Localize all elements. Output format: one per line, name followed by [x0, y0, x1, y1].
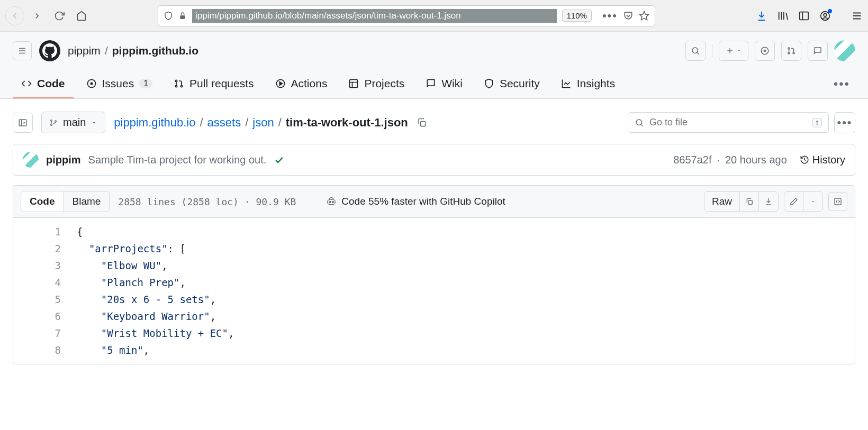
check-icon [274, 154, 284, 165]
tab-code[interactable]: Code [13, 70, 74, 98]
url-text: ippim/pippim.github.io/blob/main/assets/… [192, 9, 557, 23]
tab-projects[interactable]: Projects [340, 70, 413, 98]
back-button[interactable] [5, 6, 24, 25]
search-button[interactable] [685, 41, 706, 61]
go-to-file-box[interactable]: t [628, 112, 829, 133]
github-logo[interactable] [39, 40, 60, 61]
download-button[interactable] [759, 192, 778, 211]
svg-point-20 [51, 120, 52, 121]
path-seg2[interactable]: json [252, 116, 274, 130]
raw-button[interactable]: Raw [704, 192, 740, 211]
commit-author[interactable]: pippim [46, 154, 81, 166]
star-icon[interactable] [639, 11, 649, 21]
view-blame-tab[interactable]: Blame [64, 191, 110, 212]
repo-link[interactable]: pippim.github.io [112, 44, 198, 57]
shield-icon [164, 11, 173, 21]
svg-point-10 [793, 52, 794, 54]
svg-point-26 [329, 202, 331, 203]
svg-point-8 [788, 48, 790, 49]
svg-rect-23 [420, 121, 425, 126]
home-button[interactable] [72, 6, 91, 25]
issues-count: 1 [139, 79, 152, 88]
svg-marker-1 [640, 11, 649, 20]
create-new-button[interactable] [719, 41, 748, 61]
kbd-shortcut: t [812, 118, 822, 127]
tab-security[interactable]: Security [475, 70, 548, 98]
code-line: 3 "Elbow WU", [13, 257, 855, 274]
forward-button[interactable] [28, 6, 47, 25]
copilot-promo[interactable]: Code 55% faster with GitHub Copilot [326, 196, 505, 207]
svg-rect-18 [350, 80, 358, 88]
path-seg1[interactable]: assets [207, 116, 241, 130]
book-icon [426, 78, 436, 89]
path-repo[interactable]: pippim.github.io [114, 116, 195, 130]
file-stats: 2858 lines (2858 loc) · 90.9 KB [118, 196, 296, 207]
svg-point-21 [51, 124, 52, 125]
pocket-icon[interactable] [623, 11, 634, 21]
code-line: 6 "Keyboard Warrior", [13, 308, 855, 325]
svg-point-14 [175, 85, 177, 87]
copy-button[interactable] [740, 192, 759, 211]
svg-rect-0 [180, 15, 185, 19]
code-content: 1{2 "arrProjects": [3 "Elbow WU",4 "Plan… [13, 218, 855, 364]
branch-selector[interactable]: main [41, 112, 105, 133]
pull-requests-button[interactable] [781, 41, 801, 61]
svg-point-4 [824, 13, 827, 16]
issues-icon [86, 78, 97, 89]
zoom-badge[interactable]: 110% [562, 10, 592, 22]
edit-button[interactable] [784, 192, 803, 211]
author-avatar[interactable] [23, 152, 39, 168]
code-line: 8 "5 min", [13, 342, 855, 359]
issues-button[interactable] [755, 41, 775, 61]
github-header: pippim / pippim.github.io Code Issues 1 … [0, 32, 868, 99]
account-icon[interactable] [819, 10, 831, 22]
library-icon[interactable] [777, 10, 789, 22]
browser-toolbar: ippim/pippim.github.io/blob/main/assets/… [0, 0, 868, 32]
svg-point-22 [55, 121, 57, 122]
tab-actions[interactable]: Actions [267, 70, 336, 98]
commit-sha[interactable]: 8657a2f [673, 154, 711, 166]
svg-rect-25 [328, 199, 336, 204]
tab-wiki[interactable]: Wiki [417, 70, 471, 98]
tab-pull-requests[interactable]: Pull requests [165, 70, 262, 98]
view-code-tab[interactable]: Code [21, 191, 64, 212]
file-view: Code Blame 2858 lines (2858 loc) · 90.9 … [13, 185, 855, 364]
breadcrumb: pippim / pippim.github.io [68, 44, 198, 57]
code-line: 7 "Wrist Mobility + EC", [13, 325, 855, 342]
path-file: tim-ta-work-out-1.json [286, 116, 408, 130]
history-icon [800, 155, 809, 164]
edit-dropdown[interactable] [803, 192, 822, 211]
commit-message[interactable]: Sample Tim-ta project for working out. [88, 154, 267, 166]
project-icon [348, 78, 359, 89]
history-link[interactable]: History [800, 154, 845, 166]
tab-issues[interactable]: Issues 1 [78, 70, 161, 98]
copilot-icon [326, 196, 337, 207]
file-path: pippim.github.io/ assets/ json/ tim-ta-w… [114, 116, 408, 130]
tab-insights[interactable]: Insights [553, 70, 623, 98]
download-icon[interactable] [756, 10, 767, 22]
svg-point-13 [175, 80, 177, 81]
go-to-file-input[interactable] [649, 117, 807, 128]
code-line: 1{ [13, 223, 855, 240]
code-line: 5 "20s x 6 - 5 sets", [13, 291, 855, 308]
more-options[interactable]: ••• [834, 112, 855, 133]
menu-icon[interactable] [851, 10, 863, 22]
copy-path-icon[interactable] [417, 117, 427, 128]
sidebar-icon[interactable] [798, 10, 810, 22]
commit-time: 20 hours ago [725, 154, 787, 166]
symbols-button[interactable] [828, 192, 847, 211]
ellipsis-icon[interactable]: ••• [602, 9, 618, 23]
repo-nav-overflow[interactable]: ••• [828, 71, 855, 97]
url-bar[interactable]: ippim/pippim.github.io/blob/main/assets/… [158, 5, 655, 26]
svg-point-12 [91, 83, 92, 84]
avatar[interactable] [834, 40, 855, 61]
notifications-button[interactable] [808, 41, 828, 61]
owner-link[interactable]: pippim [68, 44, 101, 57]
play-icon [275, 78, 286, 89]
latest-commit: pippim Sample Tim-ta project for working… [13, 144, 855, 176]
hamburger-menu[interactable] [13, 41, 32, 60]
file-tree-toggle[interactable] [13, 113, 33, 133]
git-pull-icon [174, 78, 184, 89]
reload-button[interactable] [50, 6, 69, 25]
code-icon [21, 78, 32, 89]
